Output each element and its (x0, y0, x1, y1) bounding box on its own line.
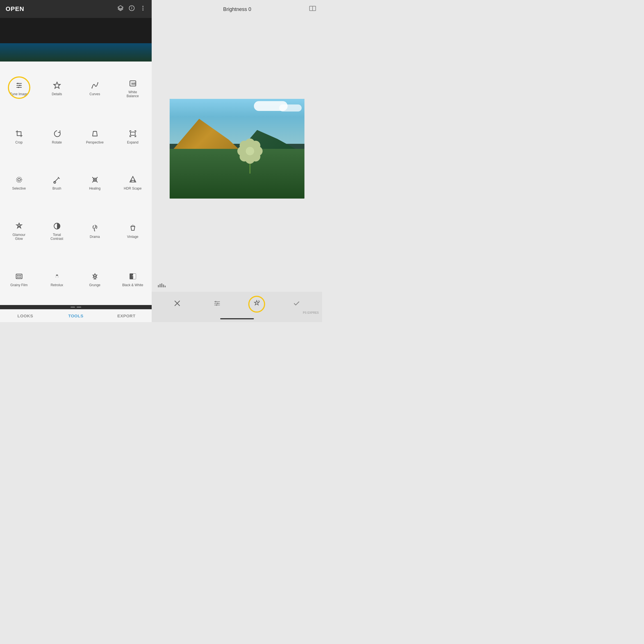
vintage-icon (129, 224, 137, 233)
tool-healing[interactable]: Healing (76, 160, 114, 206)
photo-area (152, 19, 322, 279)
svg-text:WB: WB (131, 82, 136, 85)
info-icon[interactable] (129, 5, 135, 13)
svg-point-22 (18, 179, 20, 181)
svg-rect-37 (19, 277, 20, 278)
svg-point-9 (17, 83, 19, 84)
tool-perspective[interactable]: Perspective (76, 114, 114, 160)
home-indicator-area (152, 317, 322, 322)
tool-details[interactable]: Details (38, 64, 76, 114)
cancel-button[interactable] (157, 300, 197, 309)
svg-point-23 (16, 177, 22, 183)
brush-label: Brush (53, 186, 61, 190)
compare-icon[interactable] (309, 4, 317, 14)
watermark: PS EXPRES (303, 311, 319, 314)
more-icon[interactable] (140, 5, 146, 13)
white-balance-icon: WB (129, 79, 137, 88)
right-panel: Brightness 0 (152, 0, 322, 322)
vintage-label: Vintage (127, 235, 138, 239)
svg-rect-34 (19, 275, 20, 276)
crop-icon (15, 130, 23, 139)
svg-rect-52 (163, 285, 164, 287)
svg-point-61 (216, 304, 217, 306)
drama-icon (91, 224, 99, 233)
tool-selective[interactable]: Selective (0, 160, 38, 206)
svg-rect-33 (17, 275, 18, 276)
tool-glamour-glow[interactable]: GlamourGlow (0, 206, 38, 257)
grainy-film-label: Grainy Film (10, 283, 28, 287)
tune-sliders-button[interactable] (197, 300, 237, 309)
grunge-label: Grunge (89, 283, 100, 287)
tool-grunge[interactable]: Grunge (76, 257, 114, 303)
tab-looks[interactable]: LOOKS (0, 310, 51, 322)
tool-expand[interactable]: Expand (114, 114, 152, 160)
white-balance-label: WhiteBalance (127, 90, 139, 98)
svg-point-59 (215, 301, 216, 302)
tool-tonal-contrast[interactable]: TonalContrast (38, 206, 76, 257)
perspective-label: Perspective (86, 140, 104, 144)
tool-curves[interactable]: Curves (76, 64, 114, 114)
svg-point-13 (91, 88, 92, 89)
tool-retrolux[interactable]: Retrolux (38, 257, 76, 303)
dash-1 (70, 307, 75, 308)
close-icon (174, 300, 181, 309)
left-panel: OPEN (0, 0, 152, 322)
accept-button[interactable] (277, 300, 317, 309)
right-bottom-nav: PS EXPRES (152, 292, 322, 317)
glamour-glow-label: GlamourGlow (12, 233, 25, 241)
svg-line-31 (134, 226, 134, 227)
tool-black-white[interactable]: Black & White (114, 257, 152, 303)
auto-enhance-icon (253, 300, 260, 309)
tool-rotate[interactable]: Rotate (38, 114, 76, 160)
black-white-label: Black & White (122, 283, 143, 287)
tools-grid: Tune Image Details Curves (0, 62, 152, 305)
flower-head (240, 140, 260, 162)
tool-grainy-film[interactable]: Grainy Film (0, 257, 38, 303)
tool-crop[interactable]: Crop (0, 114, 38, 160)
svg-rect-53 (165, 286, 166, 287)
svg-point-24 (54, 181, 56, 183)
tool-white-balance[interactable]: WB WhiteBalance (114, 64, 152, 114)
dash-2 (77, 307, 81, 308)
hdr-scape-label: HDR Scape (124, 186, 142, 190)
tab-tools[interactable]: TOOLS (51, 310, 101, 322)
image-preview (0, 18, 152, 62)
home-indicator (220, 318, 254, 319)
tool-tune-image[interactable]: Tune Image (0, 64, 38, 114)
brush-icon (53, 176, 61, 185)
tool-hdr-scape[interactable]: HDR Scape (114, 160, 152, 206)
grainy-film-icon (15, 272, 23, 281)
brightness-title: Brightness 0 (223, 6, 251, 12)
svg-point-14 (97, 82, 98, 83)
tool-vintage[interactable]: Vintage (114, 206, 152, 257)
auto-enhance-circle (248, 296, 265, 313)
details-label: Details (52, 92, 62, 96)
tool-brush[interactable]: Brush (38, 160, 76, 206)
healing-icon (91, 176, 99, 185)
tool-drama[interactable]: Drama (76, 206, 114, 257)
svg-rect-51 (161, 283, 162, 287)
tonal-contrast-label: TonalContrast (51, 233, 63, 241)
svg-point-27 (18, 225, 20, 227)
svg-marker-26 (130, 177, 136, 182)
svg-marker-12 (54, 82, 60, 88)
healing-label: Healing (89, 186, 101, 190)
svg-marker-18 (92, 131, 97, 136)
details-icon (53, 81, 61, 90)
tune-image-icon (15, 81, 23, 90)
right-header: Brightness 0 (152, 0, 322, 19)
scroll-indicator (0, 305, 152, 309)
svg-rect-35 (20, 275, 21, 276)
auto-enhance-button[interactable] (237, 296, 277, 313)
photo-container (170, 99, 304, 199)
preview-landscape (0, 43, 152, 62)
svg-point-5 (142, 10, 144, 11)
svg-rect-50 (160, 284, 161, 287)
bottom-nav: LOOKS TOOLS EXPORT (0, 309, 152, 322)
tab-export[interactable]: EXPORT (101, 310, 152, 322)
crop-label: Crop (15, 140, 22, 144)
layers-icon[interactable] (117, 5, 124, 13)
svg-line-30 (131, 226, 132, 227)
left-header: OPEN (0, 0, 152, 18)
histogram-area (152, 279, 322, 292)
